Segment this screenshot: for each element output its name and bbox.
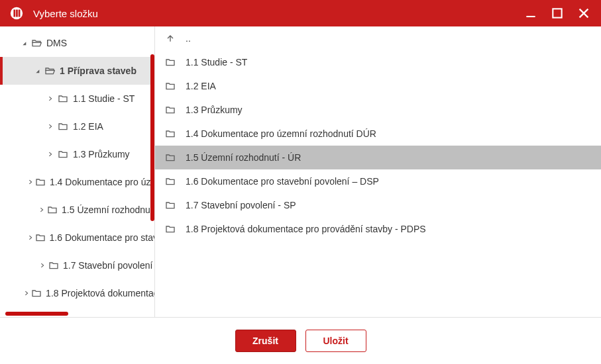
up-arrow-icon	[164, 33, 176, 44]
list-item[interactable]: 1.8 Projektová dokumentace pro provádění…	[155, 217, 601, 241]
folder-icon	[164, 152, 176, 163]
tree-item-label: DMS	[46, 38, 67, 48]
svg-rect-5	[553, 9, 561, 17]
tree-item-label: 1.6 Dokumentace pro stavební povolení – …	[50, 232, 154, 243]
folder-icon	[164, 128, 176, 139]
maximize-button[interactable]	[545, 1, 569, 25]
list-item-label: ..	[186, 33, 191, 44]
tree-item[interactable]: 1.6 Dokumentace pro stavební povolení – …	[0, 224, 154, 251]
list-item-label: 1.3 Průzkumy	[186, 105, 243, 115]
tree-item-label: 1.1 Studie - ST	[73, 93, 135, 104]
tree-item-label: 1.7 Stavební povolení - SP	[63, 260, 154, 271]
tree-item-label: 1.5 Územní rozhodnutí - ÚR	[62, 205, 154, 215]
folder-icon	[57, 93, 69, 104]
tree-item-label: 1.2 EIA	[73, 121, 103, 132]
chevron-right-icon	[23, 290, 30, 296]
folder-icon	[164, 224, 176, 234]
folder-icon	[31, 288, 42, 298]
list-item[interactable]: 1.3 Průzkumy	[155, 98, 601, 122]
tree-item[interactable]: 1.5 Územní rozhodnutí - ÚR	[0, 196, 154, 224]
tree-item[interactable]: 1 Příprava staveb	[0, 57, 154, 85]
tree-item[interactable]: 1.3 Průzkumy	[0, 140, 154, 168]
folder-open-icon	[30, 38, 42, 48]
tree-item[interactable]: 1.4 Dokumentace pro územní rozhodnutí DÚ…	[0, 168, 154, 196]
folder-icon	[35, 232, 46, 243]
chevron-right-icon	[45, 123, 56, 130]
folder-icon	[164, 105, 176, 115]
list-item-label: 1.7 Stavební povolení - SP	[186, 200, 296, 210]
cancel-button[interactable]: Zrušit	[235, 330, 296, 352]
svg-rect-2	[16, 10, 18, 17]
folder-icon	[164, 81, 176, 91]
list-item[interactable]: 1.6 Dokumentace pro stavební povolení – …	[155, 169, 601, 193]
minimize-button[interactable]	[519, 1, 543, 25]
tree-item-label: 1.4 Dokumentace pro územní rozhodnutí DÚ…	[50, 177, 154, 187]
list-item[interactable]: 1.7 Stavební povolení - SP	[155, 193, 601, 217]
window-controls	[519, 1, 596, 25]
folder-icon	[47, 205, 58, 215]
list-item[interactable]: 1.1 Studie - ST	[155, 50, 601, 74]
folder-icon	[164, 200, 176, 210]
dialog-footer: Zrušit Uložit	[0, 318, 601, 364]
dialog-body: DMS1 Příprava staveb1.1 Studie - ST1.2 E…	[0, 26, 601, 318]
folder-list: ..1.1 Studie - ST1.2 EIA1.3 Průzkumy1.4 …	[155, 26, 601, 241]
folder-icon	[164, 57, 176, 68]
app-logo-icon	[9, 6, 24, 21]
list-item-label: 1.8 Projektová dokumentace pro provádění…	[186, 224, 426, 234]
list-item-up[interactable]: ..	[155, 26, 601, 50]
list-item-label: 1.2 EIA	[186, 81, 216, 91]
tree-item-label: 1.8 Projektová dokumentace pro provádění…	[46, 288, 154, 298]
tree-item[interactable]: 1.8 Projektová dokumentace pro provádění…	[0, 279, 154, 307]
folder-icon	[164, 176, 176, 187]
save-button[interactable]: Uložit	[305, 330, 366, 352]
list-item[interactable]: 1.4 Dokumentace pro územní rozhodnutí DÚ…	[155, 122, 601, 146]
chevron-right-icon	[27, 179, 34, 185]
svg-rect-1	[13, 10, 15, 17]
chevron-right-icon	[27, 234, 34, 241]
close-button[interactable]	[572, 1, 596, 25]
list-item[interactable]: 1.5 Územní rozhodnutí - ÚR	[155, 146, 601, 169]
list-item-label: 1.6 Dokumentace pro stavební povolení – …	[186, 176, 379, 187]
list-item-label: 1.5 Územní rozhodnutí - ÚR	[186, 152, 301, 163]
folder-tree-pane: DMS1 Příprava staveb1.1 Studie - ST1.2 E…	[0, 26, 155, 317]
folder-icon	[35, 177, 46, 187]
chevron-expanded-icon	[32, 68, 42, 74]
window-title: Vyberte složku	[33, 8, 519, 19]
tree-item[interactable]: 1.1 Studie - ST	[0, 85, 154, 113]
folder-list-pane: ..1.1 Studie - ST1.2 EIA1.3 Průzkumy1.4 …	[155, 26, 601, 317]
folder-icon	[57, 149, 69, 159]
titlebar: Vyberte složku	[0, 0, 601, 26]
tree-item[interactable]: 1.7 Stavební povolení - SP	[0, 251, 154, 279]
chevron-right-icon	[37, 206, 46, 213]
tree-scrollbar-vertical[interactable]	[150, 54, 154, 251]
folder-open-icon	[44, 66, 56, 76]
list-item-label: 1.4 Dokumentace pro územní rozhodnutí DÚ…	[186, 128, 376, 139]
folder-icon	[48, 260, 59, 271]
chevron-right-icon	[38, 262, 47, 269]
list-item-label: 1.1 Studie - ST	[186, 57, 247, 68]
svg-rect-3	[19, 10, 21, 17]
tree-item-root[interactable]: DMS	[0, 29, 154, 57]
tree-item[interactable]: 1.2 EIA	[0, 113, 154, 140]
tree-item-label: 1.3 Průzkumy	[73, 149, 130, 159]
folder-icon	[57, 121, 69, 132]
tree-item-label: 1 Příprava staveb	[60, 66, 137, 76]
tree-scrollbar-horizontal[interactable]	[5, 312, 148, 316]
chevron-expanded-icon	[19, 40, 29, 46]
chevron-right-icon	[45, 151, 56, 158]
list-item[interactable]: 1.2 EIA	[155, 74, 601, 98]
folder-tree: DMS1 Příprava staveb1.1 Studie - ST1.2 E…	[0, 26, 154, 307]
chevron-right-icon	[45, 95, 56, 102]
